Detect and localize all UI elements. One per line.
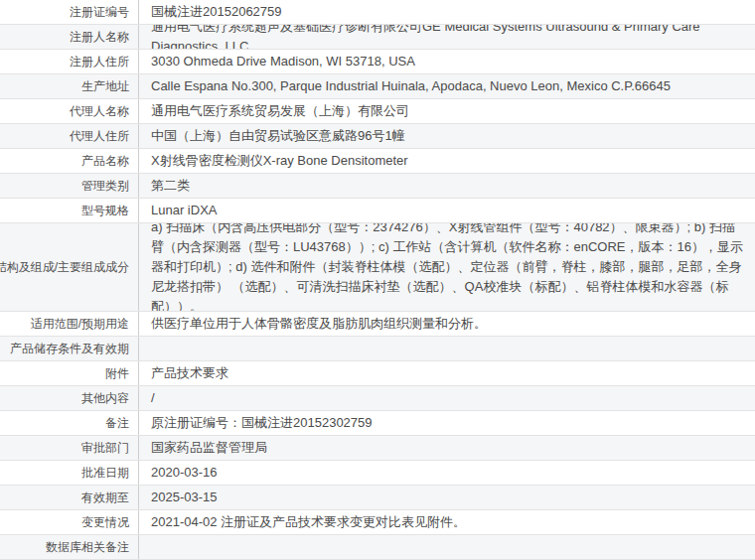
registration-table: 注册证编号国械注进20152062759注册人名称通用电气医疗系统超声及基础医疗… [0, 0, 755, 560]
row-label: 备注 [0, 411, 139, 435]
row-value-text: 第二类 [151, 176, 190, 196]
row-value: 第二类 [139, 174, 755, 198]
table-row: 产品储存条件及有效期 [0, 337, 755, 361]
row-label: 适用范围/预期用途 [0, 312, 139, 336]
row-value: Lunar iDXA [139, 199, 755, 222]
table-row: 备注原注册证编号：国械注进20152302759 [0, 411, 755, 436]
row-value: X射线骨密度检测仪X-ray Bone Densitometer [139, 149, 755, 173]
table-row: 生产地址Calle Espana No.300, Parque Industri… [0, 74, 755, 99]
row-value: 2020-03-16 [139, 461, 755, 485]
row-value-text: Lunar iDXA [151, 201, 217, 220]
table-row: 有效期至2025-03-15 [0, 486, 755, 510]
registration-detail-page: 注册证编号国械注进20152062759注册人名称通用电气医疗系统超声及基础医疗… [0, 0, 755, 560]
row-value-text: a) 扫描床（内含高压供电部分（型号：2374276）、X射线管组件（型号：40… [151, 223, 743, 311]
table-row: 变更情况2021-04-02 注册证及产品技术要求变更对比表见附件。 [0, 510, 755, 535]
table-row: 注册人名称通用电气医疗系统超声及基础医疗诊断有限公司GE Medical Sys… [0, 25, 755, 50]
row-value-text: 产品技术要求 [151, 363, 228, 383]
row-value: 中国（上海）自由贸易试验区意威路96号1幢 [139, 124, 755, 148]
table-row: 批准日期2020-03-16 [0, 461, 755, 486]
row-label: 有效期至 [0, 486, 139, 509]
row-value: 原注册证编号：国械注进20152302759 [139, 411, 755, 435]
table-row: 代理人名称通用电气医疗系统贸易发展（上海）有限公司 [0, 99, 755, 124]
row-value [139, 535, 755, 559]
row-label: 型号规格 [0, 199, 139, 222]
row-value-text: 2020-03-16 [151, 463, 218, 483]
row-value: 2025-03-15 [139, 486, 755, 509]
row-label: 产品储存条件及有效期 [0, 337, 139, 360]
table-row: 审批部门国家药品监督管理局 [0, 436, 755, 461]
row-value: Calle Espana No.300, Parque Industrial H… [139, 74, 755, 98]
row-value: 通用电气医疗系统贸易发展（上海）有限公司 [139, 99, 755, 123]
row-value-text: 3030 Ohmeda Drive Madison, WI 53718, USA [151, 52, 415, 71]
row-value-text: 通用电气医疗系统超声及基础医疗诊断有限公司GE Medical Systems … [151, 25, 743, 49]
row-label: 批准日期 [0, 461, 139, 485]
table-row: 注册人住所3030 Ohmeda Drive Madison, WI 53718… [0, 50, 755, 74]
row-value-text: / [151, 388, 155, 408]
row-value-text: 中国（上海）自由贸易试验区意威路96号1幢 [151, 126, 405, 146]
row-label: 附件 [0, 361, 139, 385]
table-row: 型号规格Lunar iDXA [0, 199, 755, 223]
row-label: 注册证编号 [0, 0, 139, 24]
row-label: 结构及组成/主要组成成分 [0, 223, 139, 311]
row-value-text: 2025-03-15 [151, 488, 218, 507]
row-label: 管理类别 [0, 174, 139, 198]
row-label: 其他内容 [0, 386, 139, 410]
row-value-text: 原注册证编号：国械注进20152302759 [151, 413, 373, 433]
row-value: 产品技术要求 [139, 361, 755, 385]
row-label: 数据库相关备注 [0, 535, 139, 559]
row-value: 3030 Ohmeda Drive Madison, WI 53718, USA [139, 50, 755, 73]
table-row: 结构及组成/主要组成成分a) 扫描床（内含高压供电部分（型号：2374276）、… [0, 223, 755, 312]
table-row: 附件产品技术要求 [0, 361, 755, 386]
row-label: 代理人住所 [0, 124, 139, 148]
table-row: 其他内容/ [0, 386, 755, 411]
table-row: 适用范围/预期用途供医疗单位用于人体骨骼密度及脂肪肌肉组织测量和分析。 [0, 312, 755, 337]
row-value: / [139, 386, 755, 410]
row-label: 审批部门 [0, 436, 139, 460]
row-value-text: 国械注进20152062759 [151, 2, 282, 22]
row-label: 变更情况 [0, 510, 139, 534]
row-value-text: 通用电气医疗系统贸易发展（上海）有限公司 [151, 101, 409, 121]
row-value: a) 扫描床（内含高压供电部分（型号：2374276）、X射线管组件（型号：40… [139, 223, 755, 311]
table-row: 数据库相关备注 [0, 535, 755, 560]
row-label: 注册人住所 [0, 50, 139, 73]
row-value: 国家药品监督管理局 [139, 436, 755, 460]
row-value-text: X射线骨密度检测仪X-ray Bone Densitometer [151, 151, 408, 171]
row-value: 供医疗单位用于人体骨骼密度及脂肪肌肉组织测量和分析。 [139, 312, 755, 336]
row-label: 注册人名称 [0, 25, 139, 49]
row-label: 生产地址 [0, 74, 139, 98]
row-value-text: Calle Espana No.300, Parque Industrial H… [151, 76, 671, 96]
row-value-text: 供医疗单位用于人体骨骼密度及脂肪肌肉组织测量和分析。 [151, 314, 487, 334]
row-value: 2021-04-02 注册证及产品技术要求变更对比表见附件。 [139, 510, 755, 534]
table-row: 代理人住所中国（上海）自由贸易试验区意威路96号1幢 [0, 124, 755, 149]
row-value-text: 国家药品监督管理局 [151, 438, 267, 458]
row-label: 代理人名称 [0, 99, 139, 123]
row-value-text: 2021-04-02 注册证及产品技术要求变更对比表见附件。 [151, 512, 466, 532]
row-value [139, 337, 755, 360]
row-label: 产品名称 [0, 149, 139, 173]
table-row: 产品名称X射线骨密度检测仪X-ray Bone Densitometer [0, 149, 755, 174]
table-row: 管理类别第二类 [0, 174, 755, 199]
row-value: 国械注进20152062759 [139, 0, 755, 24]
row-value: 通用电气医疗系统超声及基础医疗诊断有限公司GE Medical Systems … [139, 25, 755, 49]
table-row: 注册证编号国械注进20152062759 [0, 0, 755, 25]
